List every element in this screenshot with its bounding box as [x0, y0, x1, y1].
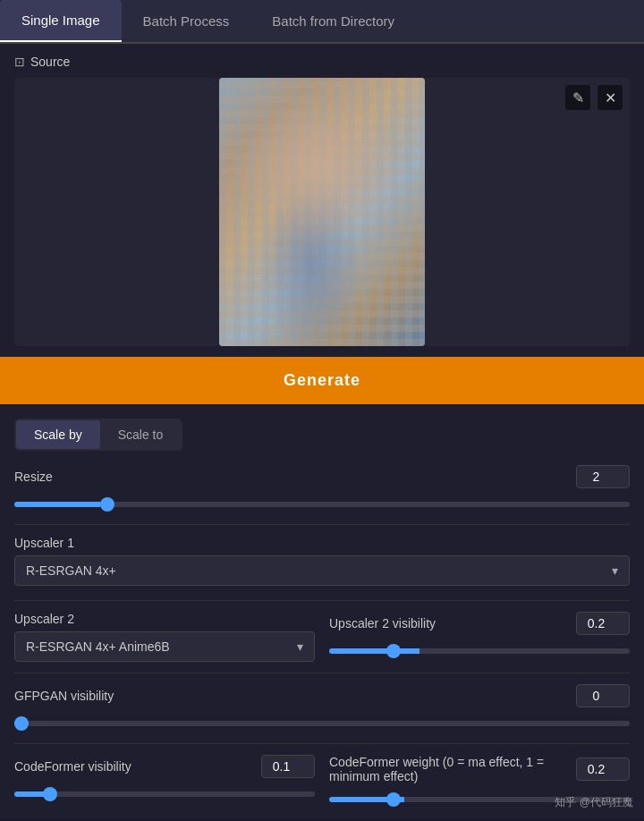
upscaler2-dropdown[interactable]: R-ESRGAN 4x+ Anime6B ▾ — [14, 631, 315, 662]
gfpgan-slider[interactable] — [14, 721, 630, 726]
divider-2 — [14, 600, 630, 601]
tab-bar: Single Image Batch Process Batch from Di… — [0, 0, 644, 44]
generate-button[interactable]: Generate — [14, 371, 630, 390]
divider-1 — [14, 524, 630, 525]
resize-label: Resize — [14, 470, 567, 484]
tab-scale-to[interactable]: Scale to — [100, 420, 182, 449]
upscaler1-section: Upscaler 1 R-ESRGAN 4x+ ▾ — [14, 536, 630, 586]
main-content: ⊡ Source ✎ ✕ Generate Scale by Scale to … — [0, 44, 644, 819]
codeformer-row: CodeFormer visibility CodeFormer weight … — [14, 755, 630, 805]
codeformer-vis-row: CodeFormer visibility — [14, 755, 315, 778]
divider-3 — [14, 673, 630, 673]
upscaler2-visibility-label: Upscaler 2 visibility — [329, 616, 567, 631]
close-image-button[interactable]: ✕ — [597, 85, 623, 110]
image-area[interactable]: ✎ ✕ — [14, 78, 630, 346]
codeformer-weight-row: CodeFormer weight (0 = ma effect, 1 = mi… — [329, 755, 630, 783]
gfpgan-row: GFPGAN visibility — [14, 684, 630, 707]
codeformer-vis-slider[interactable] — [14, 791, 315, 797]
upscaler1-chevron: ▾ — [612, 563, 618, 578]
upscaler1-label: Upscaler 1 — [14, 536, 630, 550]
upscaler1-dropdown[interactable]: R-ESRGAN 4x+ ▾ — [14, 555, 630, 586]
source-text: Source — [30, 55, 70, 69]
generate-bar: Generate — [0, 357, 644, 404]
gfpgan-input[interactable] — [576, 684, 630, 707]
upscaler2-visibility-slider[interactable] — [329, 648, 630, 654]
upscaler1-value: R-ESRGAN 4x+ — [26, 563, 116, 578]
gfpgan-label: GFPGAN visibility — [14, 689, 567, 703]
image-edit-icons: ✎ ✕ — [565, 85, 623, 110]
upscaler2-chevron: ▾ — [297, 639, 303, 654]
upscaler2-value: R-ESRGAN 4x+ Anime6B — [26, 639, 170, 654]
codeformer-vis-input[interactable] — [261, 755, 315, 778]
upscaler2-left: Upscaler 2 R-ESRGAN 4x+ Anime6B ▾ — [14, 612, 315, 662]
edit-image-button[interactable]: ✎ — [565, 85, 590, 110]
divider-4 — [14, 743, 630, 744]
image-icon: ⊡ — [14, 55, 25, 69]
resize-row: Resize — [14, 465, 630, 488]
upscaler2-visibility-row: Upscaler 2 visibility — [329, 612, 630, 635]
codeformer-weight-label: CodeFormer weight (0 = ma effect, 1 = mi… — [329, 755, 567, 783]
codeformer-vis-label: CodeFormer visibility — [14, 759, 252, 774]
upscaler2-label: Upscaler 2 — [14, 612, 315, 626]
source-section: ⊡ Source ✎ ✕ — [0, 44, 644, 357]
upscaler2-row: Upscaler 2 R-ESRGAN 4x+ Anime6B ▾ Upscal… — [14, 612, 630, 662]
resize-slider[interactable] — [14, 502, 630, 507]
codeformer-visibility-section: CodeFormer visibility — [14, 755, 315, 805]
tab-scale-by[interactable]: Scale by — [16, 420, 100, 449]
gfpgan-control: GFPGAN visibility — [14, 684, 630, 729]
tab-batch-directory[interactable]: Batch from Directory — [250, 0, 416, 42]
watermark: 知乎 @代码狂魔 — [555, 795, 633, 810]
source-label: ⊡ Source — [14, 55, 70, 69]
resize-control: Resize — [14, 465, 630, 510]
resize-value-input[interactable] — [576, 465, 630, 488]
controls-section: Scale by Scale to Resize Upscaler 1 R-ES… — [0, 404, 644, 819]
tab-single-image[interactable]: Single Image — [0, 0, 122, 42]
codeformer-weight-input[interactable] — [576, 758, 630, 781]
upscaler2-right: Upscaler 2 visibility — [329, 612, 630, 656]
tab-batch-process[interactable]: Batch Process — [122, 0, 251, 42]
scale-tab-group: Scale by Scale to — [14, 419, 182, 451]
upscaler2-visibility-input[interactable] — [576, 612, 630, 635]
source-image — [219, 78, 425, 346]
